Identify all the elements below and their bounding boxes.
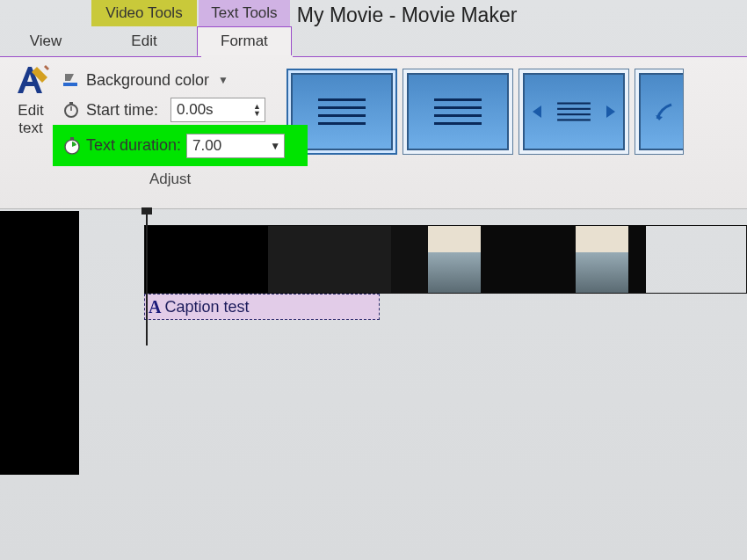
svg-rect-0 bbox=[63, 83, 77, 86]
ribbon: Edittext Background color ▼ Start time: … bbox=[0, 56, 747, 209]
window-title: My Movie - Movie Maker bbox=[292, 4, 747, 27]
stopwatch-color-icon bbox=[62, 135, 83, 156]
context-tab-video-tools[interactable]: Video Tools bbox=[91, 0, 197, 26]
tab-edit-label: Edit bbox=[131, 33, 156, 50]
svg-rect-2 bbox=[69, 102, 73, 105]
video-clip-strip[interactable] bbox=[144, 225, 747, 294]
context-tab-text-tools[interactable]: Text Tools bbox=[199, 0, 290, 26]
text-style-2[interactable] bbox=[403, 69, 513, 155]
clip-thumb bbox=[268, 226, 391, 293]
bg-color-label: Background color bbox=[86, 71, 209, 90]
text-glyph-icon: A bbox=[149, 297, 161, 317]
start-time-input[interactable]: 0.00s ▲▼ bbox=[170, 98, 265, 122]
edit-text-label: Edittext bbox=[18, 102, 43, 136]
timeline[interactable]: A Caption test bbox=[79, 209, 747, 560]
clip-thumb bbox=[145, 226, 268, 293]
clip-thumb bbox=[628, 226, 646, 293]
start-time-value: 0.00s bbox=[177, 101, 214, 119]
text-style-4[interactable] bbox=[635, 69, 684, 155]
text-style-3[interactable] bbox=[519, 69, 629, 155]
edit-text-icon bbox=[12, 62, 49, 98]
start-time-label: Start time: bbox=[86, 101, 158, 120]
tab-format[interactable]: Format bbox=[197, 26, 292, 56]
context-tab-text-label: Text Tools bbox=[211, 4, 277, 22]
ribbon-separator bbox=[0, 56, 747, 57]
context-tab-video-label: Video Tools bbox=[105, 4, 182, 22]
clip-thumb bbox=[428, 226, 481, 293]
tab-view[interactable]: View bbox=[0, 26, 91, 56]
stopwatch-icon bbox=[62, 102, 81, 118]
text-duration-input[interactable]: 7.00 ▼ bbox=[186, 134, 285, 158]
caption-track-item[interactable]: A Caption test bbox=[144, 294, 380, 320]
tab-edit[interactable]: Edit bbox=[91, 26, 197, 56]
adjust-group-caption: Adjust bbox=[149, 171, 191, 188]
text-duration-value: 7.00 bbox=[192, 137, 221, 155]
text-duration-label: Text duration: bbox=[86, 136, 181, 155]
clip-thumb bbox=[481, 226, 576, 293]
svg-rect-5 bbox=[70, 137, 74, 140]
chevron-down-icon[interactable]: ▼ bbox=[270, 140, 280, 152]
caption-text: Caption test bbox=[164, 298, 249, 316]
adjust-group: Background color ▼ Start time: 0.00s ▲▼ … bbox=[62, 56, 265, 208]
spinner-icon[interactable]: ▲▼ bbox=[253, 103, 261, 117]
playhead[interactable] bbox=[146, 209, 148, 345]
clip-thumb bbox=[576, 226, 628, 293]
clip-thumb bbox=[391, 226, 428, 293]
workspace: A Caption test bbox=[0, 209, 747, 560]
background-color-dropdown[interactable]: Background color ▼ bbox=[62, 65, 265, 95]
paint-bucket-icon bbox=[62, 72, 81, 88]
chevron-down-icon: ▼ bbox=[214, 74, 228, 86]
tab-view-label: View bbox=[30, 33, 62, 50]
preview-panel-edge bbox=[0, 211, 79, 475]
text-style-gallery bbox=[274, 56, 684, 208]
tab-format-label: Format bbox=[221, 33, 268, 50]
text-duration-highlight: Text duration: 7.00 ▼ bbox=[53, 125, 308, 166]
